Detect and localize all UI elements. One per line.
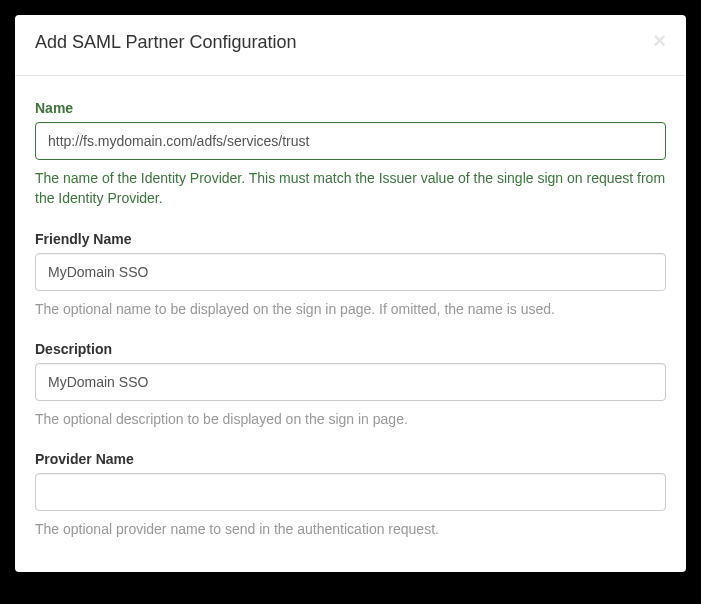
friendly-name-help-text: The optional name to be displayed on the…: [35, 299, 666, 319]
modal-body: Name The name of the Identity Provider. …: [15, 76, 686, 571]
friendly-name-input[interactable]: [35, 253, 666, 291]
friendly-name-label: Friendly Name: [35, 231, 666, 247]
provider-name-label: Provider Name: [35, 451, 666, 467]
form-group-description: Description The optional description to …: [35, 341, 666, 429]
form-group-name: Name The name of the Identity Provider. …: [35, 100, 666, 209]
modal-title: Add SAML Partner Configuration: [35, 30, 296, 55]
name-help-text: The name of the Identity Provider. This …: [35, 168, 666, 209]
description-input[interactable]: [35, 363, 666, 401]
modal-header: Add SAML Partner Configuration ×: [15, 15, 686, 76]
modal-dialog: Add SAML Partner Configuration × Name Th…: [15, 15, 686, 572]
name-label: Name: [35, 100, 666, 116]
form-group-provider-name: Provider Name The optional provider name…: [35, 451, 666, 539]
provider-name-input[interactable]: [35, 473, 666, 511]
close-button[interactable]: ×: [653, 30, 666, 52]
description-label: Description: [35, 341, 666, 357]
provider-name-help-text: The optional provider name to send in th…: [35, 519, 666, 539]
form-group-friendly-name: Friendly Name The optional name to be di…: [35, 231, 666, 319]
description-help-text: The optional description to be displayed…: [35, 409, 666, 429]
name-input[interactable]: [35, 122, 666, 160]
close-icon: ×: [653, 28, 666, 53]
